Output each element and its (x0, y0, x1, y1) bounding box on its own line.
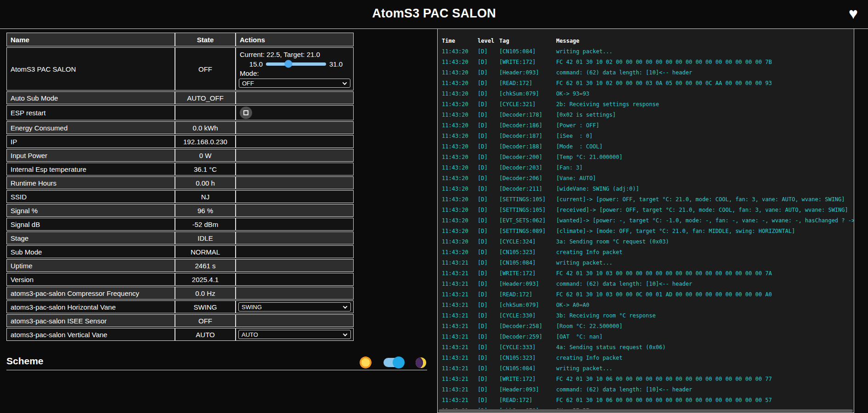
log-level: [D] (478, 363, 499, 374)
log-time: 11:43:21 (442, 268, 478, 279)
log-line: 11:43:21[D][Header:093]command: (62) dat… (438, 385, 854, 395)
log-message: [Mode : COOL] (556, 141, 854, 152)
log-line: 11:43:20[D][CYCLE:324]3a: Sending room °… (438, 237, 854, 247)
log-message: FC 42 01 30 10 03 00 00 00 00 00 00 00 0… (556, 268, 854, 279)
log-message: [iSee : 0] (556, 131, 854, 141)
row-name-label: ESP restart (6, 105, 175, 120)
column-header-actions: Actions (236, 33, 354, 46)
row-actions (236, 149, 354, 162)
log-message: [wideVane: SWING (adj:0)] (556, 184, 854, 194)
log-tag: [CN105:084] (499, 363, 556, 374)
log-message: FC 42 01 30 10 02 00 00 00 00 00 00 00 0… (556, 57, 854, 68)
table-row: atoms3-pac-salon Compressor Frequency0.0… (6, 287, 354, 300)
log-level: [D] (478, 110, 499, 120)
log-line: 11:43:21[D][Header:093]command: (62) dat… (438, 279, 854, 289)
log-message: creating Info packet (556, 353, 854, 363)
table-row: atoms3-pac-salon Vertical VaneAUTOAUTO (6, 328, 354, 341)
log-time: 11:43:20 (442, 99, 478, 110)
log-tag: [Decoder:259] (499, 332, 556, 342)
row-actions (236, 121, 354, 134)
row-actions (236, 91, 354, 104)
horizontal-vane-select[interactable]: SWING (238, 302, 351, 311)
log-level: [D] (478, 237, 499, 247)
row-state-value: -52 dBm (175, 218, 236, 231)
log-scrollbar-thumb[interactable] (439, 409, 853, 412)
log-message: [0x02 is settings] (556, 110, 854, 120)
log-time: 11:43:21 (442, 321, 478, 332)
row-state-value: AUTO_OFF (175, 91, 236, 104)
log-level: [D] (478, 268, 499, 279)
row-name-label: Version (6, 273, 175, 286)
log-tag: [Decoder:200] (499, 152, 556, 163)
log-line: 11:43:21[D][CN105:084]writing packet... (438, 258, 854, 268)
vertical-vane-select[interactable]: AUTO (238, 330, 351, 339)
row-state-value: 36.1 °C (175, 163, 236, 175)
log-line: 11:43:21[D][CN105:323]creating Info pack… (438, 353, 854, 363)
sun-icon (360, 356, 372, 368)
table-row: ESP restart (6, 105, 354, 120)
log-tag: [Header:093] (499, 68, 556, 78)
log-message: [climate]-> [mode: OFF, target °C: 21.0,… (556, 226, 854, 237)
heart-icon: ♥ (849, 6, 858, 21)
target-temp-slider[interactable] (266, 62, 326, 66)
vertical-vane-select-value: AUTO (242, 331, 258, 338)
log-time: 11:43:21 (442, 353, 478, 363)
log-time: 11:43:21 (442, 374, 478, 385)
table-row: StageIDLE (6, 232, 354, 244)
log-horizontal-scrollbar[interactable] (438, 409, 854, 413)
row-actions: SWING (236, 300, 354, 313)
row-actions: AUTO (236, 328, 354, 341)
log-tag: [WRITE:172] (499, 268, 556, 279)
row-name-label: Sub Mode (6, 245, 175, 258)
target-temp-slider-row: 15.031.0 (239, 59, 350, 69)
row-state-value: SWING (175, 300, 236, 313)
log-tag: [Decoder:178] (499, 110, 556, 120)
log-time: 11:43:21 (442, 311, 478, 321)
row-name-label: Uptime (6, 259, 175, 272)
table-row: Sub ModeNORMAL (6, 245, 354, 258)
log-time: 11:43:21 (442, 385, 478, 395)
log-tag: [CYCLE:330] (499, 311, 556, 321)
log-message: OK-> A0=A0 (556, 300, 854, 311)
row-name-label: Signal % (6, 204, 175, 217)
row-state-value: NJ (175, 190, 236, 203)
log-tag: [SETTINGS:089] (499, 226, 556, 237)
log-line: 11:43:20[D][Decoder:203][Fan: 3] (438, 163, 854, 173)
column-header-state: State (175, 33, 236, 46)
log-time: 11:43:21 (442, 279, 478, 289)
log-level: [D] (478, 78, 499, 89)
log-line: 11:43:20[D][Decoder:186][Power : OFF] (438, 120, 854, 131)
log-tag: [CYCLE:324] (499, 237, 556, 247)
log-line: 11:43:21[D][WRITE:172]FC 42 01 30 10 03 … (438, 268, 854, 279)
table-row: Internal Esp temperature36.1 °C (6, 163, 354, 175)
moon-icon (416, 357, 426, 368)
log-line: 11:43:20[D][CYCLE:321]2b: Receiving sett… (438, 99, 854, 110)
log-level: [D] (478, 68, 499, 78)
log-tag: [Decoder:187] (499, 131, 556, 141)
esp-restart-button[interactable] (240, 107, 252, 119)
row-name-label: SSID (6, 190, 175, 203)
log-line: 11:43:20[D][Decoder:187][iSee : 0] (438, 131, 854, 141)
log-tag: [CN105:323] (499, 247, 556, 258)
mode-select[interactable]: OFF (239, 79, 350, 88)
log-line: 11:43:21[D][READ:172]FC 62 01 30 10 03 0… (438, 289, 854, 300)
log-time: 11:43:20 (442, 194, 478, 205)
row-actions (236, 287, 354, 300)
log-time: 11:43:20 (442, 205, 478, 215)
log-message: [Fan: 3] (556, 163, 854, 173)
scheme-toggle[interactable] (383, 358, 404, 367)
log-time: 11:43:20 (442, 141, 478, 152)
log-tag: [WRITE:172] (499, 57, 556, 68)
chevron-down-icon (343, 304, 348, 309)
log-line: 11:43:21[D][WRITE:172]FC 42 01 30 10 06 … (438, 374, 854, 385)
log-tag: [Decoder:186] (499, 120, 556, 131)
log-message: writing packet... (556, 46, 854, 57)
slider-thumb[interactable] (285, 60, 293, 68)
log-tag: [READ:172] (499, 395, 556, 406)
log-tag: [SETTINGS:105] (499, 205, 556, 215)
row-name-label: Stage (6, 232, 175, 244)
log-line: 11:43:20[D][Decoder:211][wideVane: SWING… (438, 184, 854, 194)
log-message: [Temp °C: 21.000000] (556, 152, 854, 163)
table-row: Signal dB-52 dBm (6, 218, 354, 231)
log-tag: [Decoder:258] (499, 321, 556, 332)
